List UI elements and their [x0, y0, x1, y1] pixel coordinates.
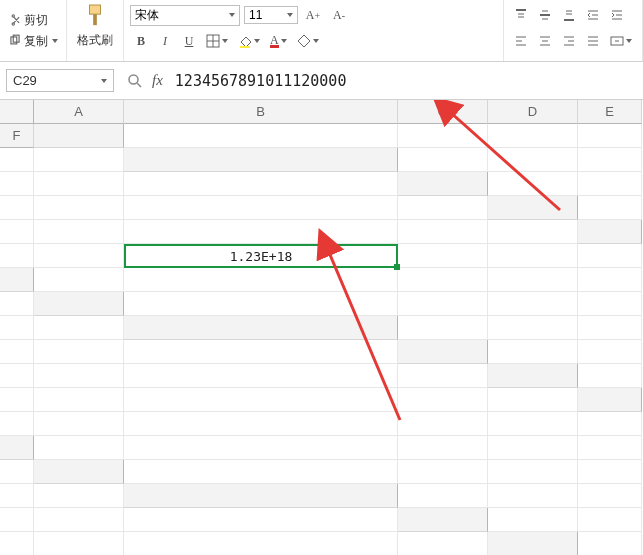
- cell[interactable]: [34, 436, 124, 460]
- spreadsheet-grid[interactable]: A B C D E F 1.23E+18: [0, 100, 643, 555]
- select-all-corner[interactable]: [0, 100, 34, 124]
- cell[interactable]: [578, 292, 642, 316]
- cell[interactable]: [578, 148, 642, 172]
- cell[interactable]: [398, 196, 488, 220]
- cell[interactable]: [578, 364, 642, 388]
- cell[interactable]: [398, 484, 488, 508]
- cell[interactable]: [398, 532, 488, 555]
- cell[interactable]: [0, 412, 34, 436]
- cell[interactable]: [34, 340, 124, 364]
- row-header[interactable]: [0, 268, 34, 292]
- row-header[interactable]: [398, 340, 488, 364]
- col-header-f[interactable]: F: [0, 124, 34, 148]
- cell[interactable]: [34, 220, 124, 244]
- align-center-button[interactable]: [534, 30, 556, 52]
- copy-button[interactable]: 复制: [4, 31, 62, 52]
- cell[interactable]: [0, 172, 34, 196]
- row-header[interactable]: [488, 364, 578, 388]
- increase-indent-button[interactable]: [606, 4, 628, 26]
- cell[interactable]: [398, 268, 488, 292]
- cell[interactable]: [488, 172, 578, 196]
- cell[interactable]: [0, 508, 34, 532]
- cell[interactable]: [0, 340, 34, 364]
- cell[interactable]: [398, 124, 488, 148]
- row-header[interactable]: [34, 124, 124, 148]
- cell[interactable]: [124, 388, 398, 412]
- cell[interactable]: [488, 220, 578, 244]
- cell[interactable]: [34, 244, 124, 268]
- cell[interactable]: [124, 220, 398, 244]
- cell[interactable]: [488, 484, 578, 508]
- cell[interactable]: [124, 340, 398, 364]
- cell[interactable]: [488, 460, 578, 484]
- align-right-button[interactable]: [558, 30, 580, 52]
- search-icon[interactable]: [126, 72, 144, 90]
- cell[interactable]: [488, 508, 578, 532]
- row-header[interactable]: [398, 172, 488, 196]
- cell[interactable]: [488, 148, 578, 172]
- decrease-indent-button[interactable]: [582, 4, 604, 26]
- cell[interactable]: [0, 196, 34, 220]
- cell[interactable]: [398, 460, 488, 484]
- font-color-button[interactable]: A: [266, 30, 291, 52]
- cell[interactable]: [398, 244, 488, 268]
- cell[interactable]: [578, 172, 642, 196]
- cell[interactable]: [124, 124, 398, 148]
- cell[interactable]: [488, 340, 578, 364]
- cell[interactable]: [398, 316, 488, 340]
- align-left-button[interactable]: [510, 30, 532, 52]
- merge-button[interactable]: [606, 30, 636, 52]
- cell[interactable]: [34, 316, 124, 340]
- cell[interactable]: [398, 292, 488, 316]
- row-header[interactable]: [488, 532, 578, 555]
- cell[interactable]: [34, 172, 124, 196]
- row-header[interactable]: [398, 508, 488, 532]
- cell[interactable]: [0, 532, 34, 555]
- cell[interactable]: [488, 436, 578, 460]
- cell[interactable]: [578, 532, 642, 555]
- justify-button[interactable]: [582, 30, 604, 52]
- formula-bar[interactable]: 1234567891011120000: [171, 70, 637, 92]
- cell[interactable]: [124, 532, 398, 555]
- cell[interactable]: [34, 412, 124, 436]
- cell[interactable]: [488, 292, 578, 316]
- cell[interactable]: [398, 388, 488, 412]
- row-header[interactable]: [488, 196, 578, 220]
- cell[interactable]: [578, 124, 642, 148]
- cell[interactable]: [0, 244, 34, 268]
- fx-icon[interactable]: fx: [152, 72, 163, 89]
- cell[interactable]: [34, 388, 124, 412]
- cell[interactable]: [124, 196, 398, 220]
- cell[interactable]: [578, 268, 642, 292]
- cell[interactable]: [398, 412, 488, 436]
- format-painter-button[interactable]: 格式刷: [71, 2, 119, 49]
- row-header[interactable]: [578, 220, 642, 244]
- cell[interactable]: [34, 508, 124, 532]
- cell[interactable]: [488, 244, 578, 268]
- cell[interactable]: [578, 196, 642, 220]
- cell[interactable]: [0, 316, 34, 340]
- row-header[interactable]: [34, 292, 124, 316]
- cell[interactable]: [578, 244, 642, 268]
- cell[interactable]: [578, 316, 642, 340]
- align-bottom-button[interactable]: [558, 4, 580, 26]
- cell[interactable]: [34, 532, 124, 555]
- align-middle-button[interactable]: [534, 4, 556, 26]
- cell[interactable]: [0, 484, 34, 508]
- row-header[interactable]: [124, 316, 398, 340]
- cell[interactable]: [34, 196, 124, 220]
- col-header-b[interactable]: B: [124, 100, 398, 124]
- cell[interactable]: [398, 220, 488, 244]
- cell[interactable]: [124, 172, 398, 196]
- cell[interactable]: [124, 508, 398, 532]
- cell[interactable]: [34, 148, 124, 172]
- cell[interactable]: [0, 292, 34, 316]
- cell[interactable]: [488, 124, 578, 148]
- col-header-a[interactable]: A: [34, 100, 124, 124]
- cell[interactable]: [0, 364, 34, 388]
- col-header-e[interactable]: E: [578, 100, 642, 124]
- cell[interactable]: [488, 268, 578, 292]
- row-header[interactable]: [0, 436, 34, 460]
- row-header[interactable]: [34, 460, 124, 484]
- cell[interactable]: [34, 484, 124, 508]
